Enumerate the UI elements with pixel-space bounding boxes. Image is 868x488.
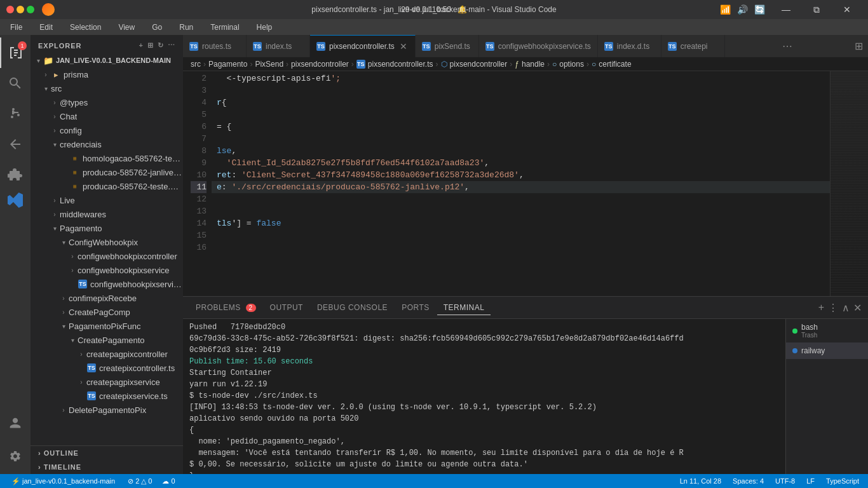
editor-layout-button[interactable]: ⊞ <box>850 40 868 52</box>
chevron-up-icon[interactable]: ∧ <box>842 302 850 314</box>
sidebar-item-pagamentopixfunc[interactable]: ▾ PagamentoPixFunc <box>31 319 183 333</box>
breadcrumb-pagamento[interactable]: Pagamento <box>208 60 247 69</box>
maximize-dot[interactable] <box>27 6 34 13</box>
sidebar-item-chat[interactable]: › Chat <box>31 109 183 123</box>
wifi-icon: 📶 <box>720 4 731 15</box>
sidebar-item-prisma[interactable]: › ▸ prisma <box>31 67 183 81</box>
outline-arrow: › <box>38 449 41 457</box>
extensions-activity-icon[interactable] <box>0 159 31 190</box>
breadcrumb-options[interactable]: options <box>559 60 584 69</box>
outline-section[interactable]: › OUTLINE <box>31 446 183 460</box>
status-remote-count[interactable]: ☁ 0 <box>159 477 177 485</box>
sidebar-item-configwebhookpix[interactable]: ▾ ConfigWebhookpix <box>31 235 183 249</box>
close-button[interactable]: ✕ <box>832 0 862 19</box>
sidebar-item-confimepixrecebe[interactable]: › confimepixRecebe <box>31 291 183 305</box>
source-control-activity-icon[interactable] <box>0 98 31 129</box>
tab-configwebhookpixservice[interactable]: TS configwebhookpixservice.ts <box>479 35 598 57</box>
breadcrumb-certificate[interactable]: certificate <box>599 60 631 69</box>
sidebar-item-createpagpixcontroller[interactable]: › createpagpixcontroller <box>31 347 183 361</box>
split-terminal-icon[interactable]: ⋮ <box>828 302 838 314</box>
tab-routes[interactable]: TS routes.ts <box>183 35 247 57</box>
volume-icon: 🔊 <box>737 4 748 15</box>
settings-icon[interactable] <box>0 441 31 471</box>
error-count: 2 <box>135 477 139 485</box>
sidebar-item-live[interactable]: › Live <box>31 193 183 207</box>
new-file-icon[interactable]: + <box>139 41 144 50</box>
terminal-session-bash[interactable]: bash Trash <box>786 319 868 342</box>
sidebar-item-credenciais[interactable]: ▾ credenciais <box>31 137 183 151</box>
breadcrumb-pixsendcontroller-class[interactable]: pixsendcontroller <box>450 60 508 69</box>
status-eol[interactable]: LF <box>804 477 817 485</box>
tab-index[interactable]: TS index.ts <box>247 35 310 57</box>
status-errors-warnings[interactable]: ⊘ 2 △ 0 <box>125 477 154 485</box>
breadcrumb-handle[interactable]: handle <box>522 60 545 69</box>
status-spaces[interactable]: Spaces: 4 <box>730 477 766 485</box>
sidebar-item-createpagamento[interactable]: ▾ CreatePagamento <box>31 333 183 347</box>
sidebar-item-producao1[interactable]: ≡ producao-585762-janlive.p12 <box>31 165 183 179</box>
panel-tab-debug[interactable]: DEBUG CONSOLE <box>311 301 394 315</box>
sidebar-item-src[interactable]: ▾ src <box>31 81 183 95</box>
terminal-body[interactable]: Pushed 7178edbd20c0 69c79d36-33c8-475c-a… <box>183 319 785 474</box>
sidebar-item-homologacao[interactable]: ≡ homologacao-585762-teste.p12 <box>31 151 183 165</box>
terminal-session-railway[interactable]: railway <box>786 342 868 359</box>
minimize-dot[interactable] <box>17 6 24 13</box>
sidebar-item-createpixservice-ts[interactable]: TS createpixservice.ts <box>31 389 183 403</box>
menu-file[interactable]: File <box>6 22 26 33</box>
status-language[interactable]: TypeScript <box>824 477 862 485</box>
panel-tab-ports[interactable]: PORTS <box>395 301 436 315</box>
sidebar-item-pagamento[interactable]: ▾ Pagamento <box>31 221 183 235</box>
sidebar-item-createpagpixservice[interactable]: › createpagpixservice <box>31 375 183 389</box>
new-folder-icon[interactable]: ⊞ <box>147 41 154 50</box>
refresh-icon[interactable]: ↻ <box>158 41 164 50</box>
minimize-button[interactable]: — <box>771 0 801 19</box>
panel-tab-terminal[interactable]: TERMINAL <box>437 301 491 315</box>
add-terminal-icon[interactable]: + <box>818 302 824 313</box>
close-dot[interactable] <box>6 6 14 13</box>
sidebar-item-deletepagamentopix[interactable]: › DeletePagamentoPix <box>31 403 183 417</box>
menu-help[interactable]: Help <box>253 22 276 33</box>
status-remote[interactable]: ⚡ jan_live-v0.0.1_backend-main <box>6 477 120 485</box>
sidebar-item-producao2[interactable]: ≡ producao-585762-teste.p12 <box>31 179 183 193</box>
root-folder[interactable]: ▾ 📁 JAN_LIVE-V0.0.1_BACKEND-MAIN <box>31 53 183 67</box>
breadcrumb-pixsendcontroller-folder[interactable]: pixsendcontroller <box>291 60 349 69</box>
editor-area: TS routes.ts TS index.ts TS pixsendcontr… <box>183 35 868 474</box>
breadcrumb-src[interactable]: src <box>191 60 201 69</box>
run-debug-activity-icon[interactable] <box>0 129 31 159</box>
explorer-activity-icon[interactable]: 1 <box>0 37 31 68</box>
panel-tab-output[interactable]: OUTPUT <box>264 301 309 315</box>
collapse-all-icon[interactable]: ⋯ <box>168 41 175 50</box>
tab-close-pixsend[interactable]: ✕ <box>398 41 409 51</box>
sidebar-item-configwebhookpixservice-folder[interactable]: › configwebhookpixservice <box>31 263 183 277</box>
timeline-section[interactable]: › TIMELINE <box>31 460 183 474</box>
restore-button[interactable]: ⧉ <box>802 0 831 19</box>
tab-pixsendcontroller[interactable]: TS pixsendcontroller.ts ✕ <box>310 35 416 57</box>
sidebar-item-createpixcontroller-ts[interactable]: TS createpixcontroller.ts <box>31 361 183 375</box>
panel-tab-problems[interactable]: PROBLEMS 2 <box>189 301 262 315</box>
sidebar-item-configwebhookpixcontroller[interactable]: › configwebhookpixcontroller <box>31 249 183 263</box>
status-position[interactable]: Ln 11, Col 28 <box>677 477 724 485</box>
sidebar-item-createpagcomp[interactable]: › CreatePagComp <box>31 305 183 319</box>
tab-createpi[interactable]: TS createpi <box>661 35 725 57</box>
menu-edit[interactable]: Edit <box>36 22 57 33</box>
sidebar-item-configwebhookpixservice-ts[interactable]: TS configwebhookpixservice.ts <box>31 277 183 291</box>
credenciais-label: credenciais <box>60 140 102 149</box>
sidebar-item-middlewares[interactable]: › middlewares <box>31 207 183 221</box>
sidebar-item-config[interactable]: › config <box>31 123 183 137</box>
menu-run[interactable]: Run <box>175 22 197 33</box>
status-encoding[interactable]: UTF-8 <box>773 477 797 485</box>
close-panel-icon[interactable]: ✕ <box>853 302 862 314</box>
breadcrumb-pixsendcontroller-ts[interactable]: pixsendcontroller.ts <box>368 60 433 69</box>
search-activity-icon[interactable] <box>0 68 31 98</box>
code-line-8: lse, <box>212 145 830 157</box>
menu-view[interactable]: View <box>114 22 139 33</box>
menu-terminal[interactable]: Terminal <box>207 22 243 33</box>
sidebar-item-types[interactable]: › @types <box>31 95 183 109</box>
menu-selection[interactable]: Selection <box>66 22 105 33</box>
breadcrumb: src › Pagamento › PixSend › pixsendcontr… <box>183 57 868 71</box>
tab-indexd[interactable]: TS index.d.ts <box>598 35 661 57</box>
account-icon[interactable] <box>0 408 31 438</box>
menu-go[interactable]: Go <box>148 22 166 33</box>
tab-pixsend[interactable]: TS pixSend.ts <box>416 35 479 57</box>
breadcrumb-pixsend[interactable]: PixSend <box>255 60 283 69</box>
tabs-overflow-button[interactable]: ⋯ <box>777 40 797 52</box>
